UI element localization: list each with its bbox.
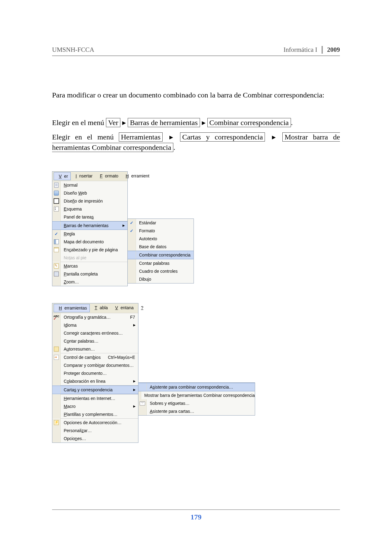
track-changes-icon xyxy=(54,355,59,360)
menu-item[interactable]: Zoom… xyxy=(52,278,127,286)
submenu-item[interactable]: Asistente para cartas… xyxy=(138,407,255,415)
web-layout-icon xyxy=(54,191,59,196)
menu-item[interactable]: Personalizar… xyxy=(52,427,138,435)
menu-item[interactable]: Macro▶ xyxy=(52,402,138,410)
menu-item[interactable]: Diseño Web xyxy=(52,189,127,197)
menu-item-icon-slot xyxy=(52,321,61,329)
menu-bar-item[interactable]: Herramient xyxy=(121,172,152,180)
menu-item[interactable]: ✓Regla xyxy=(52,230,127,238)
submenu-item-label: Sobres y etiquetas… xyxy=(147,400,255,406)
menu-item[interactable]: Marcas xyxy=(52,262,127,270)
document-map-icon xyxy=(54,239,59,244)
submenu-item[interactable]: Base de datos xyxy=(128,243,194,251)
menu-item-label: Cartas y correspondencia xyxy=(61,387,133,393)
menu-bar-item[interactable]: Tabla xyxy=(90,304,110,312)
menu-item[interactable]: Esquema xyxy=(52,205,127,213)
menu-item[interactable]: Pantalla completa xyxy=(52,270,127,278)
markup-icon xyxy=(54,264,59,268)
menu-item-icon-slot xyxy=(52,345,61,353)
submenu-item-label: Combinar correspondencia xyxy=(136,252,194,258)
menu-item-icon-slot xyxy=(52,222,61,230)
menu-item-label: Diseño Web xyxy=(61,190,127,196)
submenu-item[interactable]: Asistente para combinar correspondencia… xyxy=(138,383,255,391)
menu-bar-item[interactable]: Ventana xyxy=(110,304,136,312)
menu-item[interactable]: Normal xyxy=(52,181,127,189)
menu-item[interactable]: Encabezado y pie de página xyxy=(52,246,127,254)
menu-item-icon-slot xyxy=(52,189,61,197)
submenu-item-label: Base de datos xyxy=(136,244,194,250)
submenu-item-icon-slot xyxy=(138,383,147,391)
menu-bar-item[interactable]: ? xyxy=(136,304,148,312)
menu-item[interactable]: ABC✓Ortografía y gramática…F7 xyxy=(52,313,138,321)
menu-bar-item[interactable]: Insertar xyxy=(71,172,95,180)
outline-view-icon xyxy=(54,207,59,211)
step2-tail: . xyxy=(173,143,175,151)
submenu-item-label: Autotexto xyxy=(136,236,194,242)
menu-item[interactable]: Panel de tareas xyxy=(52,213,127,221)
menu-item[interactable]: Plantillas y complementos… xyxy=(52,410,138,418)
menu-item-label: Notas al pie xyxy=(61,255,127,261)
menu-item-label: Pantalla completa xyxy=(61,271,127,277)
submenu-item[interactable]: Combinar correspondencia xyxy=(128,251,194,259)
triangle-icon: ▶ xyxy=(202,119,205,126)
menu-item-label: Normal xyxy=(61,182,127,188)
submenu-item[interactable]: Mostrar barra de herramientas Combinar c… xyxy=(138,391,255,399)
menu-item[interactable]: Autorresumen… xyxy=(52,345,138,353)
menu-item[interactable]: Diseño de impresión xyxy=(52,197,127,205)
submenu-item-label: Asistente para cartas… xyxy=(147,408,255,414)
menu-item[interactable]: Idioma▶ xyxy=(52,321,138,329)
menu-item-icon-slot xyxy=(52,377,61,385)
submenu-item[interactable]: ✓Formato xyxy=(128,227,194,235)
menu-bar-item[interactable]: Ver xyxy=(54,172,71,180)
menu-item-label: Autorresumen… xyxy=(61,346,138,352)
menu-item[interactable]: Cartas y correspondencia▶ xyxy=(52,386,138,394)
menu-bar-item[interactable]: Formato xyxy=(95,172,121,180)
submenu-arrow-icon: ▶ xyxy=(133,379,138,384)
menu-item[interactable]: Control de cambiosCtrl+Mayús+E xyxy=(52,353,138,361)
spellcheck-icon: ABC✓ xyxy=(53,315,59,320)
menu-item-icon-slot xyxy=(52,435,61,443)
menu-item-icon-slot xyxy=(52,262,61,270)
step2-lead: Elegir en el menú xyxy=(52,133,114,141)
step-1: Elegir en el menú Ver▶Barras de herramie… xyxy=(52,117,340,128)
step2-box2: Cartas y correspondencia xyxy=(180,132,265,142)
submenu-item-label: Formato xyxy=(136,228,194,234)
menu-item[interactable]: Opciones de Autocorrección… xyxy=(52,419,138,427)
menu-item[interactable]: Colaboración en línea▶ xyxy=(52,377,138,385)
menu-item-label: Barras de herramientas xyxy=(61,222,123,229)
menu-item-label: Ortografía y gramática… xyxy=(61,314,130,320)
menu-item-label: Corregir caracteres erróneos… xyxy=(61,330,138,336)
menu-item[interactable]: Barras de herramientas▶ xyxy=(52,221,127,230)
menu-item[interactable]: Comparar y combinar documentos… xyxy=(52,361,138,369)
menu-item[interactable]: Opciones… xyxy=(52,435,138,443)
submenu-item-label: Contar palabras xyxy=(136,260,194,266)
menu-item-label: Herramientas en Internet… xyxy=(61,395,138,401)
menu-item-label: Comparar y combinar documentos… xyxy=(61,362,138,368)
menu-item-label: Opciones… xyxy=(61,435,138,442)
submenu-item[interactable]: Sobres y etiquetas… xyxy=(138,399,255,407)
submenu-item[interactable]: ✓Estándar xyxy=(128,219,194,227)
submenu-item[interactable]: Cuadro de controles xyxy=(128,267,194,275)
menu-item-icon-slot xyxy=(52,238,61,246)
check-icon: ✓ xyxy=(130,220,134,226)
triangle-icon: ▶ xyxy=(169,134,173,141)
menu-item[interactable]: Contar palabras… xyxy=(52,337,138,345)
menu-item[interactable]: Corregir caracteres erróneos… xyxy=(52,329,138,337)
submenu-item-icon-slot xyxy=(128,267,136,275)
submenu-item[interactable]: Contar palabras xyxy=(128,259,194,267)
menu-bar-item[interactable]: Herramientas xyxy=(54,304,90,312)
submenu-item[interactable]: Autotexto xyxy=(128,235,194,243)
submenu-item[interactable]: Dibujo xyxy=(128,275,194,283)
menu-item-shortcut: F7 xyxy=(130,314,138,320)
submenu-item-icon-slot xyxy=(128,235,136,243)
submenu-arrow-icon: ▶ xyxy=(133,404,138,409)
menu-item-icon-slot xyxy=(52,361,61,369)
menu-item-label: Plantillas y complementos… xyxy=(61,411,138,417)
menu-item[interactable]: Herramientas en Internet… xyxy=(52,394,138,402)
menu-item-icon-slot xyxy=(52,402,61,410)
menu-item[interactable]: Mapa del documento xyxy=(52,238,127,246)
menu-item-icon-slot xyxy=(52,427,61,435)
menu-item-icon-slot xyxy=(52,278,61,286)
envelope-icon xyxy=(140,401,145,405)
menu-item[interactable]: Proteger documento… xyxy=(52,369,138,377)
